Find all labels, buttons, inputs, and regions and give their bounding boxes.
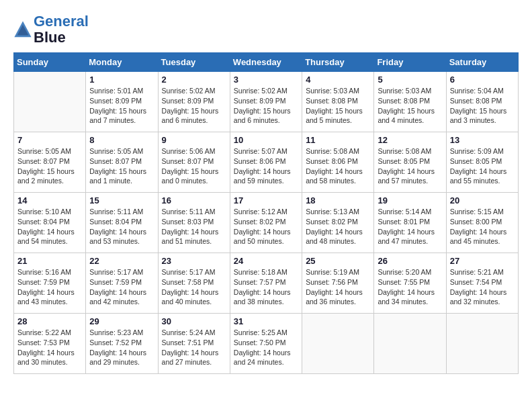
calendar-header-tuesday: Tuesday: [158, 53, 230, 72]
day-info: Sunrise: 5:16 AM Sunset: 7:59 PM Dayligh…: [17, 267, 82, 307]
day-info: Sunrise: 5:18 AM Sunset: 7:57 PM Dayligh…: [234, 267, 298, 307]
calendar-cell: [446, 314, 518, 374]
day-number: 12: [378, 135, 442, 145]
day-number: 13: [450, 135, 515, 145]
day-number: 8: [89, 135, 154, 145]
calendar-cell: 7Sunrise: 5:05 AM Sunset: 8:07 PM Daylig…: [14, 132, 86, 193]
calendar-cell: 30Sunrise: 5:24 AM Sunset: 7:51 PM Dayli…: [158, 314, 230, 374]
calendar-header-monday: Monday: [86, 53, 158, 72]
calendar-cell: 2Sunrise: 5:02 AM Sunset: 8:09 PM Daylig…: [158, 72, 230, 132]
calendar-cell: 10Sunrise: 5:07 AM Sunset: 8:06 PM Dayli…: [230, 132, 302, 193]
day-info: Sunrise: 5:08 AM Sunset: 8:05 PM Dayligh…: [378, 146, 442, 186]
day-number: 14: [17, 195, 82, 205]
calendar-header-friday: Friday: [374, 53, 446, 72]
day-number: 29: [89, 316, 154, 326]
day-info: Sunrise: 5:09 AM Sunset: 8:05 PM Dayligh…: [450, 146, 515, 186]
calendar-cell: 19Sunrise: 5:14 AM Sunset: 8:01 PM Dayli…: [374, 193, 446, 253]
calendar-cell: 15Sunrise: 5:11 AM Sunset: 8:04 PM Dayli…: [86, 193, 158, 253]
day-info: Sunrise: 5:22 AM Sunset: 7:53 PM Dayligh…: [17, 328, 82, 367]
calendar: SundayMondayTuesdayWednesdayThursdayFrid…: [13, 52, 519, 374]
day-info: Sunrise: 5:12 AM Sunset: 8:02 PM Dayligh…: [234, 207, 298, 246]
day-number: 22: [89, 256, 154, 266]
day-info: Sunrise: 5:14 AM Sunset: 8:01 PM Dayligh…: [378, 207, 442, 246]
calendar-cell: 6Sunrise: 5:04 AM Sunset: 8:08 PM Daylig…: [446, 72, 518, 132]
calendar-cell: 20Sunrise: 5:15 AM Sunset: 8:00 PM Dayli…: [446, 193, 518, 253]
calendar-cell: 9Sunrise: 5:06 AM Sunset: 8:07 PM Daylig…: [158, 132, 230, 193]
day-info: Sunrise: 5:06 AM Sunset: 8:07 PM Dayligh…: [162, 146, 226, 186]
logo-text-line1: General: [34, 13, 89, 30]
calendar-cell: 28Sunrise: 5:22 AM Sunset: 7:53 PM Dayli…: [14, 314, 86, 374]
calendar-week-row-5: 28Sunrise: 5:22 AM Sunset: 7:53 PM Dayli…: [14, 314, 519, 374]
calendar-week-row-1: 1Sunrise: 5:01 AM Sunset: 8:09 PM Daylig…: [14, 72, 519, 132]
calendar-cell: [374, 314, 446, 374]
day-number: 27: [450, 256, 515, 266]
day-number: 1: [89, 75, 154, 85]
calendar-cell: 23Sunrise: 5:17 AM Sunset: 7:58 PM Dayli…: [158, 253, 230, 314]
day-number: 9: [162, 135, 226, 145]
calendar-header-thursday: Thursday: [302, 53, 374, 72]
calendar-header-row: SundayMondayTuesdayWednesdayThursdayFrid…: [14, 53, 519, 72]
day-number: 26: [378, 256, 442, 266]
calendar-week-row-3: 14Sunrise: 5:10 AM Sunset: 8:04 PM Dayli…: [14, 193, 519, 253]
day-number: 7: [17, 135, 82, 145]
day-number: 16: [162, 195, 226, 205]
calendar-cell: 24Sunrise: 5:18 AM Sunset: 7:57 PM Dayli…: [230, 253, 302, 314]
day-info: Sunrise: 5:25 AM Sunset: 7:50 PM Dayligh…: [234, 328, 298, 367]
day-info: Sunrise: 5:05 AM Sunset: 8:07 PM Dayligh…: [17, 146, 82, 186]
calendar-cell: 27Sunrise: 5:21 AM Sunset: 7:54 PM Dayli…: [446, 253, 518, 314]
day-number: 21: [17, 256, 82, 266]
day-number: 20: [450, 195, 515, 205]
day-info: Sunrise: 5:07 AM Sunset: 8:06 PM Dayligh…: [234, 146, 298, 186]
calendar-cell: [14, 72, 86, 132]
day-info: Sunrise: 5:10 AM Sunset: 8:04 PM Dayligh…: [17, 207, 82, 246]
day-number: 11: [306, 135, 370, 145]
day-info: Sunrise: 5:17 AM Sunset: 7:59 PM Dayligh…: [89, 267, 154, 307]
header: General Blue: [13, 13, 519, 46]
day-info: Sunrise: 5:23 AM Sunset: 7:52 PM Dayligh…: [89, 328, 154, 367]
day-info: Sunrise: 5:01 AM Sunset: 8:09 PM Dayligh…: [89, 86, 154, 126]
calendar-header-saturday: Saturday: [446, 53, 518, 72]
calendar-cell: 11Sunrise: 5:08 AM Sunset: 8:06 PM Dayli…: [302, 132, 374, 193]
day-number: 18: [306, 195, 370, 205]
logo-icon: [13, 20, 32, 39]
day-info: Sunrise: 5:05 AM Sunset: 8:07 PM Dayligh…: [89, 146, 154, 186]
day-info: Sunrise: 5:24 AM Sunset: 7:51 PM Dayligh…: [162, 328, 226, 367]
logo-text-line2: Blue: [34, 30, 89, 46]
day-number: 4: [306, 75, 370, 85]
day-number: 3: [234, 75, 298, 85]
calendar-week-row-2: 7Sunrise: 5:05 AM Sunset: 8:07 PM Daylig…: [14, 132, 519, 193]
day-info: Sunrise: 5:08 AM Sunset: 8:06 PM Dayligh…: [306, 146, 370, 186]
calendar-cell: 3Sunrise: 5:02 AM Sunset: 8:09 PM Daylig…: [230, 72, 302, 132]
day-info: Sunrise: 5:11 AM Sunset: 8:03 PM Dayligh…: [162, 207, 226, 246]
day-info: Sunrise: 5:11 AM Sunset: 8:04 PM Dayligh…: [89, 207, 154, 246]
calendar-cell: 5Sunrise: 5:03 AM Sunset: 8:08 PM Daylig…: [374, 72, 446, 132]
day-number: 15: [89, 195, 154, 205]
day-info: Sunrise: 5:03 AM Sunset: 8:08 PM Dayligh…: [378, 86, 442, 126]
day-number: 25: [306, 256, 370, 266]
day-number: 17: [234, 195, 298, 205]
day-info: Sunrise: 5:15 AM Sunset: 8:00 PM Dayligh…: [450, 207, 515, 246]
day-info: Sunrise: 5:19 AM Sunset: 7:56 PM Dayligh…: [306, 267, 370, 307]
day-info: Sunrise: 5:04 AM Sunset: 8:08 PM Dayligh…: [450, 86, 515, 126]
day-info: Sunrise: 5:20 AM Sunset: 7:55 PM Dayligh…: [378, 267, 442, 307]
day-number: 31: [234, 316, 298, 326]
calendar-cell: 21Sunrise: 5:16 AM Sunset: 7:59 PM Dayli…: [14, 253, 86, 314]
day-info: Sunrise: 5:02 AM Sunset: 8:09 PM Dayligh…: [162, 86, 226, 126]
calendar-cell: 13Sunrise: 5:09 AM Sunset: 8:05 PM Dayli…: [446, 132, 518, 193]
calendar-cell: 16Sunrise: 5:11 AM Sunset: 8:03 PM Dayli…: [158, 193, 230, 253]
day-number: 5: [378, 75, 442, 85]
calendar-cell: 26Sunrise: 5:20 AM Sunset: 7:55 PM Dayli…: [374, 253, 446, 314]
day-info: Sunrise: 5:13 AM Sunset: 8:02 PM Dayligh…: [306, 207, 370, 246]
day-info: Sunrise: 5:03 AM Sunset: 8:08 PM Dayligh…: [306, 86, 370, 126]
day-number: 28: [17, 316, 82, 326]
day-info: Sunrise: 5:02 AM Sunset: 8:09 PM Dayligh…: [234, 86, 298, 126]
day-number: 19: [378, 195, 442, 205]
calendar-cell: 1Sunrise: 5:01 AM Sunset: 8:09 PM Daylig…: [86, 72, 158, 132]
calendar-header-wednesday: Wednesday: [230, 53, 302, 72]
calendar-cell: 22Sunrise: 5:17 AM Sunset: 7:59 PM Dayli…: [86, 253, 158, 314]
calendar-cell: 25Sunrise: 5:19 AM Sunset: 7:56 PM Dayli…: [302, 253, 374, 314]
day-number: 2: [162, 75, 226, 85]
calendar-cell: 31Sunrise: 5:25 AM Sunset: 7:50 PM Dayli…: [230, 314, 302, 374]
day-number: 24: [234, 256, 298, 266]
calendar-cell: 4Sunrise: 5:03 AM Sunset: 8:08 PM Daylig…: [302, 72, 374, 132]
